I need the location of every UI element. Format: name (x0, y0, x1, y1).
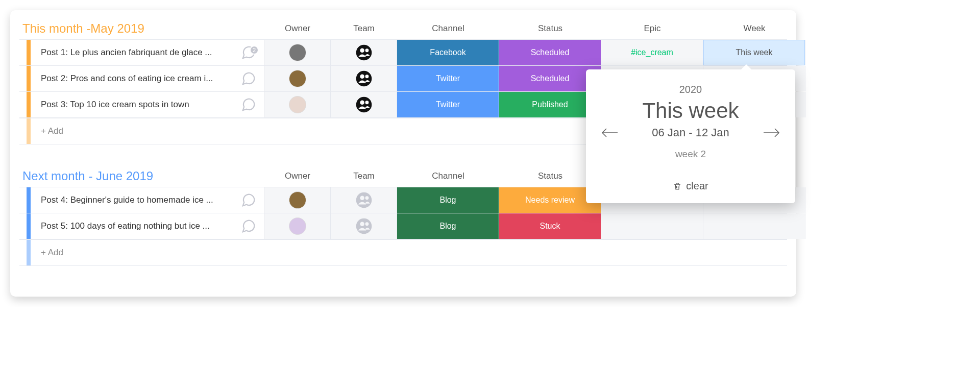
channel-label: Blog (439, 196, 456, 205)
multiple-person-icon (355, 217, 373, 235)
arrow-right-icon[interactable] (762, 127, 782, 139)
column-header-channel[interactable]: Channel (397, 23, 499, 34)
group-color-bar (27, 66, 31, 91)
board: This month -May 2019 Owner Team Channel … (10, 10, 796, 297)
updates-button[interactable] (239, 217, 258, 235)
channel-label: Twitter (436, 100, 460, 109)
svg-point-0 (356, 45, 372, 61)
updates-button[interactable]: 2 (239, 43, 258, 62)
team-cell[interactable] (331, 66, 397, 91)
column-header-week[interactable]: Week (703, 23, 805, 34)
week-value: This week (736, 48, 772, 57)
channel-label: Facebook (430, 48, 465, 57)
week-picker-range-row: 06 Jan - 12 Jan (596, 126, 785, 139)
svg-point-3 (356, 71, 372, 87)
avatar (289, 70, 306, 87)
team-cell[interactable] (331, 92, 397, 117)
week-picker-year: 2020 (596, 84, 785, 95)
week-picker-clear-button[interactable]: clear (596, 180, 785, 192)
week-cell[interactable]: This week (703, 40, 805, 65)
speech-bubble-icon (241, 97, 256, 112)
item-name-cell[interactable]: Post 4: Beginner's guide to homemade ice… (19, 187, 264, 213)
epic-tag: #ice_cream (631, 48, 673, 57)
epic-cell[interactable] (601, 213, 703, 239)
speech-bubble-icon (241, 71, 256, 86)
group-title[interactable]: This month -May 2019 (19, 21, 264, 36)
svg-point-11 (365, 196, 369, 200)
svg-point-13 (360, 222, 364, 227)
channel-cell[interactable]: Blog (397, 187, 499, 213)
channel-label: Twitter (436, 74, 460, 83)
avatar (289, 217, 306, 235)
arrow-left-icon[interactable] (599, 127, 620, 139)
item-name: Post 2: Pros and cons of eating ice crea… (41, 74, 213, 84)
clear-label: clear (686, 180, 708, 192)
updates-button[interactable] (239, 69, 258, 88)
group-color-bar (27, 40, 31, 65)
add-item-row[interactable]: + Add (19, 239, 787, 266)
owner-cell[interactable] (264, 213, 331, 239)
item-name-cell[interactable]: Post 1: Le plus ancien fabriquant de gla… (19, 40, 264, 65)
item-name-cell[interactable]: Post 2: Pros and cons of eating ice crea… (19, 66, 264, 91)
trash-icon (673, 182, 682, 191)
group-title[interactable]: Next month - June 2019 (19, 169, 264, 183)
item-name: Post 3: Top 10 ice cream spots in town (41, 100, 189, 110)
item-name-cell[interactable]: Post 3: Top 10 ice cream spots in town (19, 92, 264, 117)
avatar (289, 96, 306, 113)
status-cell[interactable]: Stuck (499, 213, 601, 239)
updates-button[interactable] (239, 95, 258, 114)
channel-cell[interactable]: Blog (397, 213, 499, 239)
column-header-owner[interactable]: Owner (264, 23, 331, 34)
svg-point-4 (360, 75, 364, 79)
column-header-epic[interactable]: Epic (601, 23, 703, 34)
svg-point-10 (360, 196, 364, 201)
channel-cell[interactable]: Facebook (397, 40, 499, 65)
week-cell[interactable] (703, 213, 805, 239)
column-header-owner[interactable]: Owner (264, 171, 331, 181)
owner-cell[interactable] (264, 66, 331, 91)
svg-point-6 (356, 97, 372, 113)
channel-cell[interactable]: Twitter (397, 66, 499, 91)
updates-count-badge: 2 (250, 45, 259, 55)
multiple-person-icon (355, 70, 373, 87)
week-picker-weeknum: week 2 (596, 149, 785, 160)
owner-cell[interactable] (264, 187, 331, 213)
week-picker-title: This week (596, 99, 785, 123)
status-label: Needs review (525, 196, 575, 205)
column-header-team[interactable]: Team (331, 171, 397, 181)
status-label: Scheduled (531, 48, 570, 57)
column-header-channel[interactable]: Channel (397, 171, 499, 181)
column-header-status[interactable]: Status (499, 23, 601, 34)
week-picker-popover: 2020 This week 06 Jan - 12 Jan week 2 cl… (586, 69, 795, 203)
epic-cell[interactable]: #ice_cream (601, 40, 703, 65)
group-color-bar (27, 240, 31, 265)
owner-cell[interactable] (264, 40, 331, 65)
svg-point-8 (365, 101, 369, 104)
table-row: Post 1: Le plus ancien fabriquant de gla… (19, 39, 787, 66)
avatar (289, 44, 306, 61)
group-color-bar (27, 213, 31, 239)
group-color-bar (27, 187, 31, 213)
item-name-cell[interactable]: Post 5: 100 days of eating nothing but i… (19, 213, 264, 239)
channel-cell[interactable]: Twitter (397, 92, 499, 117)
column-header-team[interactable]: Team (331, 23, 397, 34)
owner-cell[interactable] (264, 92, 331, 117)
item-name: Post 5: 100 days of eating nothing but i… (41, 221, 210, 231)
team-cell[interactable] (331, 40, 397, 65)
item-name: Post 1: Le plus ancien fabriquant de gla… (41, 47, 212, 58)
group-color-bar (27, 118, 31, 144)
status-cell[interactable]: Scheduled (499, 40, 601, 65)
avatar (289, 191, 306, 209)
team-cell[interactable] (331, 187, 397, 213)
team-cell[interactable] (331, 213, 397, 239)
group-color-bar (27, 92, 31, 117)
group-header: This month -May 2019 Owner Team Channel … (19, 17, 787, 40)
status-label: Stuck (540, 222, 560, 231)
item-name: Post 4: Beginner's guide to homemade ice… (41, 195, 213, 205)
add-item-label: + Add (41, 126, 63, 136)
table-row: Post 5: 100 days of eating nothing but i… (19, 213, 787, 239)
svg-point-7 (360, 101, 364, 105)
speech-bubble-icon (241, 218, 256, 234)
svg-point-9 (356, 192, 372, 208)
updates-button[interactable] (239, 191, 258, 209)
